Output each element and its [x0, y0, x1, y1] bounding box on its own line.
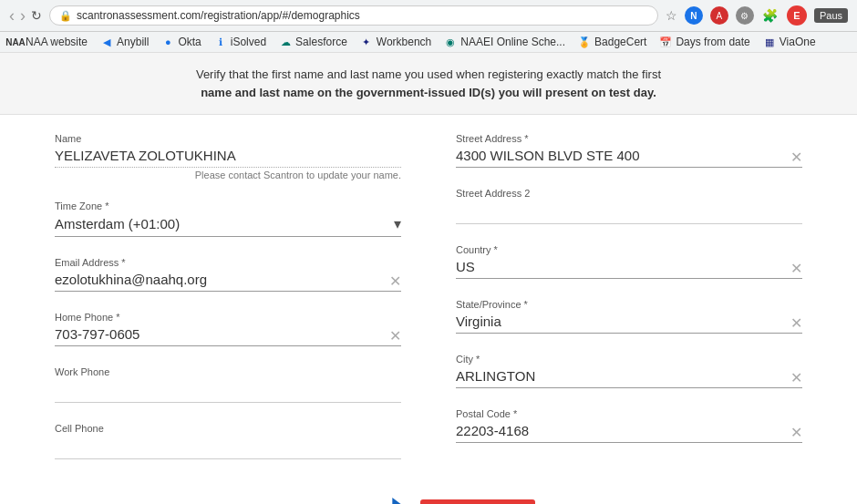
label-state: State/Province *: [456, 299, 802, 310]
bookmark-label: ViaOne: [780, 36, 816, 48]
work-phone-input-line: [55, 381, 401, 403]
city-input-wrap: ✕: [456, 368, 802, 388]
email-clear-icon[interactable]: ✕: [389, 273, 401, 290]
bookmark-star-icon[interactable]: ☆: [666, 8, 677, 23]
bookmark-anybill[interactable]: ◀ Anybill: [100, 36, 149, 48]
viaone-icon: ▦: [763, 36, 776, 48]
street-address-input-wrap: ✕: [456, 148, 802, 168]
back-icon[interactable]: ‹: [9, 6, 15, 26]
bookmark-salesforce[interactable]: ☁ Salesforce: [279, 36, 347, 48]
cell-phone-input[interactable]: [55, 437, 401, 457]
form-section: Name YELIZAVETA ZOLOTUKHINA Please conta…: [55, 115, 802, 479]
bookmark-label: BadgeCert: [594, 36, 646, 48]
home-phone-input-wrap: ✕: [55, 326, 401, 346]
label-city: City *: [456, 354, 802, 365]
pause-button[interactable]: Paus: [814, 8, 848, 23]
value-name: YELIZAVETA ZOLOTUKHINA: [55, 148, 401, 168]
bookmark-naa-website[interactable]: NAA NAA website: [9, 36, 88, 48]
postal-code-clear-icon[interactable]: ✕: [790, 424, 802, 441]
country-input[interactable]: [456, 259, 790, 278]
field-postal-code: Postal Code * ✕: [456, 408, 802, 443]
timezone-dropdown[interactable]: Amsterdam (+01:00) ▾: [55, 215, 401, 237]
field-email: Email Address * ✕: [55, 257, 401, 292]
browser-btn-3[interactable]: ⚙: [736, 6, 754, 25]
browser-btn-1[interactable]: N: [685, 6, 703, 25]
label-email: Email Address *: [55, 257, 401, 268]
home-phone-clear-icon[interactable]: ✕: [389, 327, 401, 345]
bookmark-label: NAA website: [26, 36, 88, 48]
bookmark-label: Workbench: [377, 36, 431, 48]
browser-chrome: ‹ › ↻ 🔒 scantronassessment.com/registrat…: [0, 0, 857, 32]
okta-icon: ●: [161, 36, 174, 48]
dropdown-arrow-icon: ▾: [394, 215, 401, 232]
email-input[interactable]: [55, 272, 389, 291]
reload-icon[interactable]: ↻: [31, 8, 42, 23]
field-name: Name YELIZAVETA ZOLOTUKHINA Please conta…: [55, 133, 401, 180]
label-postal-code: Postal Code *: [456, 408, 802, 419]
country-clear-icon[interactable]: ✕: [790, 260, 802, 277]
timezone-selected: Amsterdam (+01:00): [55, 216, 180, 231]
anybill-icon: ◀: [100, 36, 113, 48]
lock-icon: 🔒: [59, 10, 72, 22]
street-address-2-line: [456, 202, 802, 224]
bookmark-naaei[interactable]: ◉ NAAEI Online Sche...: [444, 36, 565, 48]
street-address-2-input[interactable]: [456, 202, 802, 221]
label-work-phone: Work Phone: [55, 366, 401, 377]
email-input-wrap: ✕: [55, 272, 401, 292]
street-address-input[interactable]: [456, 148, 790, 167]
cell-phone-input-line: [55, 437, 401, 459]
field-cell-phone: Cell Phone: [55, 423, 401, 459]
postal-code-input-wrap: ✕: [456, 423, 802, 443]
label-country: Country *: [456, 244, 802, 255]
naaei-icon: ◉: [444, 36, 457, 48]
city-clear-icon[interactable]: ✕: [790, 369, 802, 386]
state-clear-icon[interactable]: ✕: [790, 314, 802, 332]
work-phone-input[interactable]: [55, 381, 401, 400]
bookmark-label: Days from date: [676, 36, 749, 48]
forward-icon[interactable]: ›: [20, 6, 26, 26]
bookmarks-bar: NAA NAA website ◀ Anybill ● Okta ℹ iSolv…: [0, 32, 857, 53]
continue-button[interactable]: Continue: [420, 499, 534, 504]
postal-code-input[interactable]: [456, 423, 790, 442]
label-timezone: Time Zone *: [55, 201, 401, 211]
home-phone-input[interactable]: [55, 326, 389, 345]
label-home-phone: Home Phone *: [55, 312, 401, 323]
field-street-address: Street Address * ✕: [456, 133, 802, 168]
form-left-column: Name YELIZAVETA ZOLOTUKHINA Please conta…: [55, 133, 401, 479]
warning-text-line1: Verify that the first name and last name…: [196, 67, 661, 81]
bookmark-workbench[interactable]: ✦ Workbench: [360, 36, 431, 48]
state-input-wrap: ✕: [456, 314, 802, 334]
name-hint: Please contact Scantron to update your n…: [55, 170, 401, 180]
bookmark-badgecert[interactable]: 🏅 BadgeCert: [578, 36, 646, 48]
user-avatar[interactable]: E: [787, 5, 807, 26]
label-cell-phone: Cell Phone: [55, 423, 401, 434]
field-city: City * ✕: [456, 354, 802, 388]
salesforce-icon: ☁: [279, 36, 292, 48]
workbench-icon: ✦: [360, 36, 373, 48]
page-content: Name YELIZAVETA ZOLOTUKHINA Please conta…: [0, 115, 857, 504]
arrow-decoration: [322, 498, 422, 504]
city-input[interactable]: [456, 368, 790, 387]
continue-section: Continue: [55, 498, 802, 504]
street-address-clear-icon[interactable]: ✕: [790, 149, 802, 166]
bookmark-days-from-date[interactable]: 📅 Days from date: [659, 36, 749, 48]
label-name: Name: [55, 133, 401, 144]
timezone-value[interactable]: Amsterdam (+01:00) ▾: [55, 215, 401, 232]
bookmark-label: Okta: [178, 36, 201, 48]
state-input[interactable]: [456, 314, 790, 333]
label-street-address-2: Street Address 2: [456, 188, 802, 199]
bookmark-label: Anybill: [117, 36, 149, 48]
badgecert-icon: 🏅: [578, 36, 591, 48]
field-street-address-2: Street Address 2: [456, 188, 802, 224]
browser-btn-2[interactable]: A: [710, 6, 728, 25]
field-work-phone: Work Phone: [55, 366, 401, 403]
extensions-icon[interactable]: 🧩: [761, 6, 780, 25]
field-state: State/Province * ✕: [456, 299, 802, 334]
bookmark-isolved[interactable]: ℹ iSolved: [214, 36, 266, 48]
url-bar[interactable]: 🔒 scantronassessment.com/registration/ap…: [49, 5, 658, 26]
label-street-address: Street Address *: [456, 133, 802, 144]
field-timezone: Time Zone * Amsterdam (+01:00) ▾: [55, 201, 401, 237]
isolved-icon: ℹ: [214, 36, 227, 48]
bookmark-okta[interactable]: ● Okta: [161, 36, 201, 48]
bookmark-viaone[interactable]: ▦ ViaOne: [763, 36, 816, 48]
